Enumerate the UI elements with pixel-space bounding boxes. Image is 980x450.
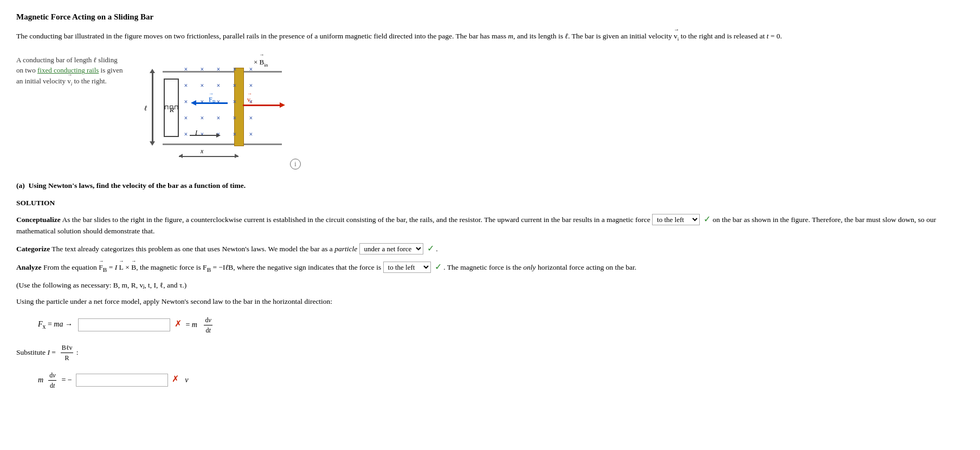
b-field-label: × B→in [254, 57, 268, 69]
categorize-text1: The text already categorizes this proble… [51, 245, 332, 253]
rail-bottom [163, 144, 282, 145]
x-mark: × [227, 77, 243, 94]
length-arrow [152, 71, 153, 144]
x-wrong-icon-2: ✗ [172, 374, 179, 383]
x-mark: × [243, 110, 259, 126]
x-mark: × [227, 94, 243, 110]
eq2-lhs-fraction: dv dt [48, 370, 56, 390]
check-icon-2: ✓ [427, 244, 434, 253]
part-a-label: (a) Using Newton's laws, find the veloci… [16, 180, 964, 191]
x-mark: × [194, 110, 210, 126]
fb-label: F→B [209, 95, 216, 106]
analyze-section: Analyze From the equation F→B = I L→ × B… [16, 260, 964, 275]
equation-1-block: Fx = ma → ✗ = m dv dt [38, 315, 964, 335]
eq2-input[interactable] [76, 374, 168, 387]
conceptualize-text1: As the bar slides to the right in the fi… [62, 216, 650, 224]
x-mark: × [210, 61, 227, 77]
use-note: (Use the following as necessary: B, m, R… [16, 280, 964, 291]
conceptualize-bold: Conceptualize [16, 216, 61, 224]
model-dropdown[interactable]: under a net force in equilibrium [359, 243, 423, 255]
part-a-question: Using Newton's laws, find the velocity o… [29, 181, 246, 190]
categorize-section: Categorize The text already categorizes … [16, 242, 964, 255]
eq1-input[interactable] [78, 318, 170, 331]
x-mark: × [210, 110, 227, 126]
x-wrong-icon-1: ✗ [175, 319, 182, 328]
categorize-text2: . [436, 245, 437, 253]
x-mark: × [227, 126, 243, 142]
intro-paragraph: The conducting bar illustrated in the fi… [16, 31, 964, 43]
page-title: Magnetic Force Acting on a Sliding Bar [16, 11, 964, 23]
eq1-lhs: Fx = ma → [38, 320, 73, 328]
categorize-bold: Categorize [16, 245, 50, 253]
particle-italic: particle [334, 245, 357, 253]
conceptualize-section: Conceptualize As the bar slides to the r… [16, 213, 964, 237]
current-arrow [190, 135, 217, 136]
check-icon-1: ✓ [704, 214, 711, 224]
eq1-rhs: = m [185, 320, 197, 328]
x-mark: × [194, 94, 210, 110]
x-dim-line [179, 156, 238, 157]
analyze-text2: . The magnetic force is the only horizon… [443, 263, 636, 271]
solution-label: SOLUTION [16, 198, 964, 208]
direction-dropdown-2[interactable]: to the left to the right [383, 262, 431, 273]
ell-label: ℓ [144, 103, 147, 114]
check-icon-3: ✓ [435, 262, 442, 271]
x-dimension: x [179, 156, 238, 157]
analyze-text1: From the equation F→B = I L→ × B→, the m… [43, 263, 383, 271]
x-mark: × [178, 110, 194, 126]
newton-intro: Using the particle under a net force mod… [16, 296, 964, 307]
x-mark: × [227, 61, 243, 77]
R-label: R [170, 105, 174, 115]
substitute-label: Substitute I = Bℓv R : [16, 343, 964, 363]
x-mark: × [194, 77, 210, 94]
current-label: I [195, 128, 197, 138]
analyze-bold: Analyze [16, 263, 42, 271]
x-mark: × [178, 126, 194, 142]
vi-label: v→i [247, 95, 252, 106]
x-mark: × [178, 61, 194, 77]
x-mark: × [243, 126, 259, 142]
x-mark: × [178, 77, 194, 94]
figure-caption: A conducting bar of length ℓ sliding on … [16, 55, 130, 171]
info-button[interactable]: i [290, 159, 301, 169]
direction-dropdown-1[interactable]: to the left to the right upward downward [652, 214, 700, 225]
eq1-fraction: dv dt [203, 320, 213, 328]
x-mark: × [227, 110, 243, 126]
x-mark: × [194, 61, 210, 77]
equation-2-block: m dv dt = − ✗ v [38, 370, 964, 390]
substitute-fraction: Bℓv R [61, 343, 74, 363]
figure-section: A conducting bar of length ℓ sliding on … [16, 51, 964, 171]
diagram-area: ⊓⊓⊓ R ℓ × × × × × × × × × × × × × × × × … [130, 51, 314, 171]
